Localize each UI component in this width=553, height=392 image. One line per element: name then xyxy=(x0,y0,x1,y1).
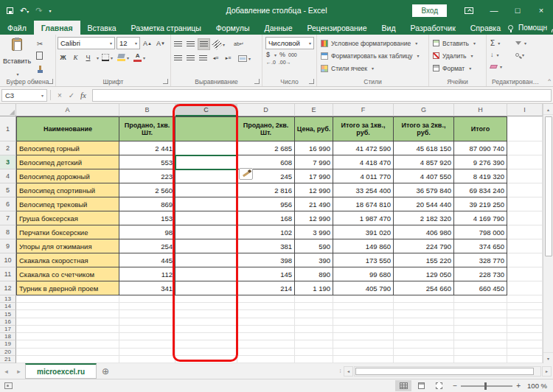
cell-A16[interactable] xyxy=(16,318,119,326)
cell-I18[interactable] xyxy=(507,333,543,340)
ribbon-tab[interactable]: Справка xyxy=(463,21,508,35)
row-header-15[interactable]: 15 xyxy=(0,310,16,318)
cell-C21[interactable] xyxy=(175,356,237,363)
cell-G6[interactable]: 20 544 440 xyxy=(394,197,454,211)
cell-I17[interactable] xyxy=(507,326,543,333)
cell-A7[interactable]: Груша боксерская xyxy=(16,211,119,225)
cell-D13[interactable] xyxy=(237,295,295,303)
cell-E4[interactable]: 17 990 xyxy=(295,169,333,183)
cell-E11[interactable]: 890 xyxy=(295,267,333,281)
font-size-combo[interactable]: 12▾ xyxy=(116,37,140,49)
cell-C13[interactable] xyxy=(175,295,237,303)
percent-style-button[interactable]: % xyxy=(279,51,285,58)
font-name-combo[interactable]: Calibri▾ xyxy=(58,37,115,49)
row-header-17[interactable]: 17 xyxy=(0,326,16,333)
cell-C9[interactable] xyxy=(175,239,237,253)
cell-F1[interactable]: Итого за 1кв., руб. xyxy=(333,116,394,141)
cell-E18[interactable] xyxy=(295,333,333,340)
cell-E20[interactable] xyxy=(295,349,333,356)
insert-options-button[interactable] xyxy=(239,168,253,180)
cell-F6[interactable]: 18 674 810 xyxy=(333,197,394,211)
cell-D16[interactable] xyxy=(237,318,295,326)
cell-I9[interactable] xyxy=(507,239,543,253)
cell-I21[interactable] xyxy=(507,356,543,363)
cell-G20[interactable] xyxy=(394,349,454,356)
ribbon-tab[interactable]: Данные xyxy=(257,21,300,35)
cell-A13[interactable] xyxy=(16,295,119,303)
cell-D14[interactable] xyxy=(237,303,295,310)
cell-H10[interactable]: 328 770 xyxy=(454,253,507,267)
align-center-button[interactable] xyxy=(185,52,196,64)
cell-E17[interactable] xyxy=(295,326,333,333)
select-all-corner[interactable] xyxy=(0,104,16,116)
increase-font-button[interactable]: А▲ xyxy=(142,38,153,49)
cell-H20[interactable] xyxy=(454,349,507,356)
cell-F12[interactable]: 405 790 xyxy=(333,281,394,295)
add-sheet-icon[interactable]: ⊕ xyxy=(97,363,114,379)
cell-C12[interactable] xyxy=(175,281,237,295)
cell-B10[interactable]: 445 xyxy=(119,253,175,267)
cell-A6[interactable]: Велосипед трековый xyxy=(16,197,119,211)
cell-G1[interactable]: Итого за 2кв., руб. xyxy=(394,116,454,141)
cell-B9[interactable]: 254 xyxy=(119,239,175,253)
cell-F9[interactable]: 149 860 xyxy=(333,239,394,253)
font-color-button[interactable]: А▾ xyxy=(132,52,147,63)
column-header-A[interactable]: A xyxy=(16,104,119,116)
row-header-10[interactable]: 10 xyxy=(0,253,16,267)
cell-G13[interactable] xyxy=(394,295,454,303)
cell-E13[interactable] xyxy=(295,295,333,303)
cell-B4[interactable]: 223 xyxy=(119,169,175,183)
borders-button[interactable]: ▾ xyxy=(100,52,114,63)
row-header-3[interactable]: 3 xyxy=(0,155,16,169)
cell-F14[interactable] xyxy=(333,303,394,310)
cell-D7[interactable]: 168 xyxy=(237,211,295,225)
cell-C5[interactable] xyxy=(175,183,237,197)
row-header-7[interactable]: 7 xyxy=(0,211,16,225)
cell-B1[interactable]: Продано, 1кв. Шт. xyxy=(119,116,175,141)
cell-F7[interactable]: 1 987 470 xyxy=(333,211,394,225)
cell-E10[interactable]: 390 xyxy=(295,253,333,267)
cell-B19[interactable] xyxy=(119,340,175,348)
cell-F20[interactable] xyxy=(333,349,394,356)
name-box[interactable]: C3▾ xyxy=(1,89,47,102)
cell-B2[interactable]: 2 441 xyxy=(119,141,175,155)
cell-B7[interactable]: 153 xyxy=(119,211,175,225)
merge-center-button[interactable]: ▾ xyxy=(237,52,252,64)
cell-B20[interactable] xyxy=(119,349,175,356)
cell-A1[interactable]: Наименование xyxy=(16,116,119,141)
dialog-launcher-icon[interactable] xyxy=(309,79,314,84)
cell-A11[interactable]: Скакалка со счетчиком xyxy=(16,267,119,281)
sheet-tab[interactable]: microexcel.ru xyxy=(25,363,97,379)
cell-I13[interactable] xyxy=(507,295,543,303)
cell-F18[interactable] xyxy=(333,333,394,340)
cell-H1[interactable]: Итого xyxy=(454,116,507,141)
cell-I1[interactable] xyxy=(507,116,543,141)
cell-H11[interactable]: 228 730 xyxy=(454,267,507,281)
cell-B3[interactable]: 553 xyxy=(119,155,175,169)
cell-G7[interactable]: 2 182 320 xyxy=(394,211,454,225)
delete-cells-button[interactable]: Удалить▾ xyxy=(431,49,484,62)
cell-F2[interactable]: 41 472 590 xyxy=(333,141,394,155)
fill-color-button[interactable]: ▾ xyxy=(116,52,131,63)
row-header-9[interactable]: 9 xyxy=(0,239,16,253)
cell-styles-button[interactable]: Стили ячеек▾ xyxy=(319,62,427,74)
scroll-left-icon[interactable]: ◂ xyxy=(344,366,353,377)
cell-B6[interactable]: 869 xyxy=(119,197,175,211)
ribbon-tab[interactable]: Разметка страницы xyxy=(124,21,209,35)
cell-E3[interactable]: 7 990 xyxy=(295,155,333,169)
cell-D9[interactable]: 381 xyxy=(237,239,295,253)
ribbon-tab[interactable]: Главная xyxy=(34,21,80,35)
cell-E7[interactable]: 12 990 xyxy=(295,211,333,225)
cell-A3[interactable]: Велосипед детский xyxy=(16,155,119,169)
row-header-16[interactable]: 16 xyxy=(0,318,16,326)
cell-B17[interactable] xyxy=(119,326,175,333)
cell-G4[interactable]: 4 407 550 xyxy=(394,169,454,183)
clear-button[interactable]: ▾ xyxy=(490,64,515,69)
column-header-E[interactable]: E xyxy=(295,104,333,116)
horizontal-scrollbar[interactable]: ◂ ▸ xyxy=(342,363,553,379)
cell-E9[interactable]: 590 xyxy=(295,239,333,253)
cell-B5[interactable]: 2 560 xyxy=(119,183,175,197)
cell-G2[interactable]: 45 618 150 xyxy=(394,141,454,155)
ribbon-tab[interactable]: Вид xyxy=(375,21,403,35)
cell-H19[interactable] xyxy=(454,340,507,348)
